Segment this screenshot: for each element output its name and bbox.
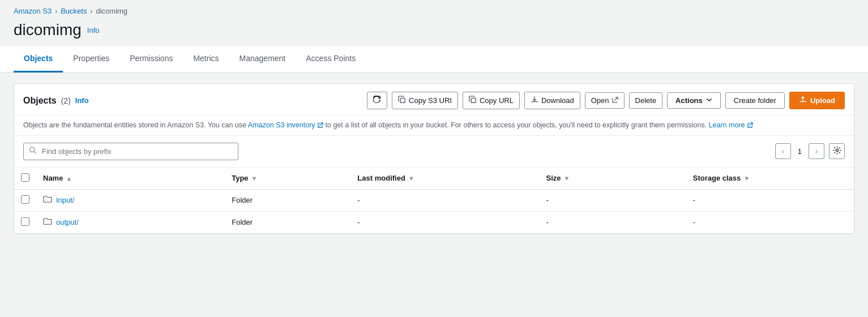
info-desc-text: Objects are the fundamental entities sto…	[23, 121, 248, 129]
sort-size-icon: ▼	[564, 175, 570, 182]
sort-type-icon: ▼	[251, 175, 258, 182]
header-name[interactable]: Name ▲	[36, 168, 225, 190]
actions-button[interactable]: Actions	[667, 92, 721, 109]
refresh-button[interactable]	[367, 92, 387, 109]
create-folder-button[interactable]: Create folder	[725, 92, 785, 109]
page-info-link[interactable]: Info	[87, 26, 100, 35]
tab-access-points[interactable]: Access Points	[296, 46, 366, 72]
open-external-icon	[612, 96, 618, 105]
page-number: 1	[796, 147, 804, 156]
sort-modified-icon: ▼	[408, 175, 414, 182]
objects-count: (2)	[61, 96, 71, 105]
table-row: Input/ Folder - - -	[14, 189, 854, 211]
row-0-name: Input/	[36, 189, 225, 211]
open-label: Open	[591, 96, 609, 105]
sort-storage-icon: ▼	[743, 175, 750, 182]
svg-rect-0	[400, 98, 405, 102]
search-input-wrap	[23, 143, 238, 160]
copy-url-icon	[469, 96, 477, 105]
tabs-bar: Objects Properties Permissions Metrics M…	[0, 46, 868, 73]
upload-icon	[799, 96, 807, 105]
breadcrumb-sep-1: ›	[55, 7, 57, 15]
inventory-link[interactable]: Amazon S3 inventory	[248, 121, 315, 129]
page-title: dicomimg	[14, 21, 82, 39]
objects-info-link[interactable]: Info	[75, 96, 89, 105]
row-0-storage-class: -	[686, 189, 854, 211]
delete-button[interactable]: Delete	[629, 92, 663, 109]
header-type-label: Type	[232, 174, 248, 182]
download-icon	[531, 96, 538, 105]
table-row: output/ Folder - - -	[14, 211, 854, 233]
copy-s3-uri-icon	[398, 96, 406, 105]
header-last-modified[interactable]: Last modified ▼	[350, 168, 539, 190]
page-wrapper: Amazon S3 › Buckets › dicomimg dicomimg …	[0, 0, 868, 317]
breadcrumb-current: dicomimg	[96, 7, 127, 15]
row-0-name-text: Input/	[56, 196, 75, 204]
create-folder-label: Create folder	[734, 96, 776, 105]
breadcrumb-buckets[interactable]: Buckets	[61, 7, 87, 15]
row-0-checkbox[interactable]	[21, 195, 29, 204]
tab-management[interactable]: Management	[229, 46, 296, 72]
info-text: Objects are the fundamental entities sto…	[14, 115, 854, 136]
learn-more-link[interactable]: Learn more	[709, 121, 745, 129]
row-1-size: -	[540, 211, 686, 233]
row-1-name-link[interactable]: output/	[43, 217, 218, 227]
tab-properties[interactable]: Properties	[63, 46, 119, 72]
open-button[interactable]: Open	[585, 92, 625, 109]
row-0-name-link[interactable]: Input/	[43, 195, 218, 205]
folder-icon-0	[43, 195, 52, 205]
upload-label: Upload	[810, 96, 835, 105]
header-size[interactable]: Size ▼	[540, 168, 686, 190]
next-page-button[interactable]: ›	[809, 143, 824, 159]
row-1-type: Folder	[225, 211, 350, 233]
header-modified-label: Last modified	[357, 174, 405, 182]
copy-s3-uri-button[interactable]: Copy S3 URI	[392, 92, 458, 109]
actions-label: Actions	[675, 96, 703, 105]
search-area: ‹ 1 ›	[14, 136, 854, 168]
copy-url-button[interactable]: Copy URL	[463, 92, 520, 109]
delete-label: Delete	[635, 96, 657, 105]
download-label: Download	[541, 96, 574, 105]
tab-metrics[interactable]: Metrics	[183, 46, 229, 72]
pagination-area: ‹ 1 ›	[775, 143, 845, 159]
page-header: dicomimg Info	[0, 19, 868, 46]
row-1-last-modified: -	[350, 211, 539, 233]
copy-s3-uri-label: Copy S3 URI	[409, 96, 452, 105]
header-type[interactable]: Type ▼	[225, 168, 350, 190]
refresh-icon	[373, 96, 381, 105]
copy-url-label: Copy URL	[480, 96, 514, 105]
row-0-size: -	[540, 189, 686, 211]
info-desc-part2: to get a list of all objects in your buc…	[323, 121, 707, 129]
next-icon: ›	[815, 147, 818, 156]
external-link-icon	[317, 122, 323, 128]
row-1-name-text: output/	[56, 218, 79, 226]
breadcrumb-s3[interactable]: Amazon S3	[14, 7, 52, 15]
breadcrumb-sep-2: ›	[90, 7, 92, 15]
row-1-checkbox[interactable]	[21, 217, 29, 226]
prev-page-button[interactable]: ‹	[775, 143, 791, 159]
prev-icon: ‹	[781, 147, 784, 156]
table-settings-button[interactable]	[829, 143, 845, 159]
header-checkbox-cell	[14, 168, 36, 190]
tab-objects[interactable]: Objects	[14, 46, 63, 72]
table-header: Name ▲ Type ▼ Last modified ▼	[14, 168, 854, 190]
objects-header: Objects (2) Info	[14, 84, 854, 115]
objects-title-group: Objects (2) Info	[23, 96, 360, 106]
row-1-name: output/	[36, 211, 225, 233]
row-0-checkbox-cell	[14, 189, 36, 211]
row-1-checkbox-cell	[14, 211, 36, 233]
folder-icon-1	[43, 217, 52, 227]
svg-line-3	[34, 152, 36, 153]
header-storage-class[interactable]: Storage class ▼	[686, 168, 854, 190]
content-area: Objects (2) Info	[14, 83, 854, 234]
table-body: Input/ Folder - - -	[14, 189, 854, 233]
search-input[interactable]	[23, 143, 238, 160]
tab-permissions[interactable]: Permissions	[119, 46, 183, 72]
upload-button[interactable]: Upload	[789, 92, 845, 109]
download-button[interactable]: Download	[524, 92, 580, 109]
select-all-checkbox[interactable]	[21, 173, 29, 182]
sort-name-icon: ▲	[66, 175, 72, 182]
breadcrumb: Amazon S3 › Buckets › dicomimg	[0, 0, 868, 19]
row-0-last-modified: -	[350, 189, 539, 211]
header-size-label: Size	[546, 174, 561, 182]
